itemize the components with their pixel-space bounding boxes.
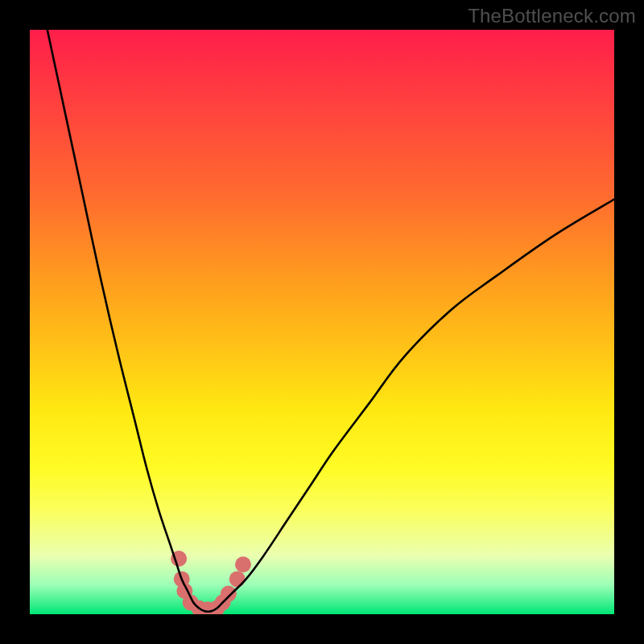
chart-svg	[30, 30, 614, 614]
watermark-text: TheBottleneck.com	[468, 5, 636, 27]
marker-dot	[221, 586, 237, 602]
bottleneck-curve	[47, 30, 614, 612]
marker-dot	[235, 556, 251, 572]
chart-frame: TheBottleneck.com	[0, 0, 644, 644]
marker-dot	[229, 571, 246, 587]
plot-area	[30, 30, 614, 614]
